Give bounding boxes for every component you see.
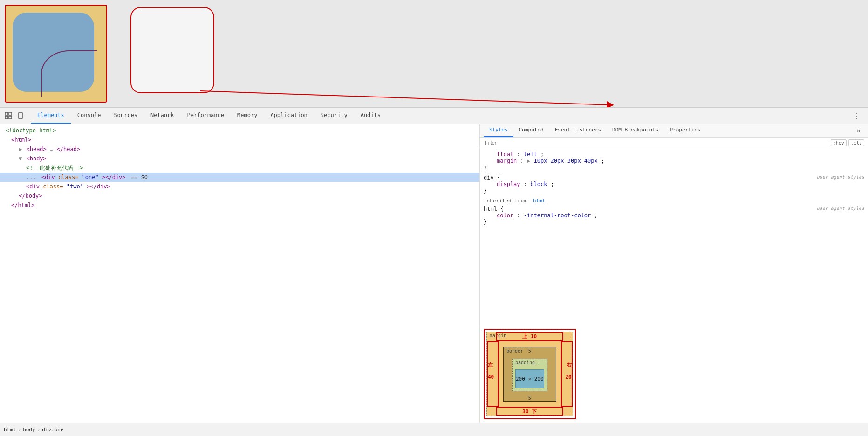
filter-tags: :hov .cls [831, 139, 864, 146]
tab-elements[interactable]: Elements [31, 108, 71, 124]
styles-tab-computed[interactable]: Computed [513, 124, 549, 137]
preview-box-1 [5, 5, 107, 103]
preview-box-2 [130, 7, 214, 93]
preview-area [0, 0, 868, 107]
box-model-border: border 5 5 padding - 200 × 200 - - [503, 347, 556, 402]
bm-red-left-box [487, 341, 499, 407]
dom-line-div-one[interactable]: ... <div class= "one" ></div> == $0 [0, 173, 479, 182]
box-model-border-bottom: 5 [528, 395, 531, 401]
close-styles-icon[interactable]: ✕ [853, 124, 864, 137]
svg-point-7 [20, 118, 21, 118]
inherited-html-link[interactable]: html [533, 198, 546, 204]
dom-line-div-two[interactable]: <div class= "two" ></div> [0, 182, 479, 191]
style-property-color[interactable]: color : -internal-root-color ; [489, 212, 864, 219]
svg-rect-2 [5, 112, 8, 115]
tab-security[interactable]: Security [314, 108, 354, 124]
style-rule-div-selector: div { user agent styles [484, 174, 864, 181]
dom-line-doctype[interactable]: <!doctype html> [0, 126, 479, 135]
tab-audits[interactable]: Audits [354, 108, 387, 124]
box-model-padding-label: padding - [515, 360, 540, 365]
box-model-content-size: 200 × 200 [516, 376, 544, 382]
breadcrumb-body[interactable]: body [23, 427, 35, 433]
svg-rect-5 [9, 116, 12, 119]
inherited-label: Inherited from html [484, 198, 864, 204]
filter-row: :hov .cls [480, 138, 868, 148]
box-model-padding: padding - 200 × 200 - - [512, 359, 547, 391]
style-rule-html: html { user agent styles color : -intern… [484, 206, 864, 225]
bm-red-top-box [496, 332, 563, 341]
styles-content: float : left ; margin : ▶ 10px 20px 30px… [480, 148, 868, 325]
styles-panel: Styles Computed Event Listeners DOM Brea… [480, 124, 868, 423]
tab-memory[interactable]: Memory [231, 108, 264, 124]
filter-hov[interactable]: :hov [831, 139, 847, 146]
style-property-float[interactable]: float : left ; [489, 151, 864, 158]
dom-line-html-close[interactable]: </html> [0, 201, 479, 210]
style-rule-div: div { user agent styles display : block … [484, 174, 864, 194]
bm-red-right-box [561, 341, 573, 407]
breadcrumb: html › body › div.one [0, 423, 868, 436]
style-rule-close: } [484, 164, 864, 171]
bm-padding-left-dash: - [514, 375, 517, 380]
devtools-bar: Elements Console Sources Network Perform… [0, 107, 868, 124]
dom-line-html[interactable]: <html> [0, 135, 479, 145]
mobile-icon[interactable] [16, 111, 25, 120]
bm-padding-right-dash: - [542, 375, 545, 380]
box-model-margin: margin 上 10 30 下 左 40 右 20 [486, 332, 573, 416]
filter-cls[interactable]: .cls [848, 139, 864, 146]
styles-tabs: Styles Computed Event Listeners DOM Brea… [480, 124, 868, 138]
styles-tab-properties[interactable]: Properties [664, 124, 706, 137]
box-model-border-label: border [506, 348, 523, 353]
dom-line-body-open[interactable]: ▼ <body> [0, 154, 479, 163]
tab-performance[interactable]: Performance [181, 108, 231, 124]
filter-input[interactable] [484, 138, 831, 147]
styles-tab-event-listeners[interactable]: Event Listeners [549, 124, 607, 137]
devtools-tabs: Elements Console Sources Network Perform… [31, 108, 387, 124]
dom-panel: <!doctype html> <html> ▶ <head> … </head… [0, 124, 480, 423]
main-content: <!doctype html> <html> ▶ <head> … </head… [0, 124, 868, 423]
svg-rect-3 [9, 112, 12, 115]
style-rule-html-selector: html { user agent styles [484, 206, 864, 212]
tab-sources[interactable]: Sources [107, 108, 144, 124]
styles-tab-styles[interactable]: Styles [484, 124, 513, 137]
style-rule-div-close: } [484, 187, 864, 194]
styles-tab-dom-breakpoints[interactable]: DOM Breakpoints [607, 124, 664, 137]
style-property-display[interactable]: display : block ; [489, 181, 864, 187]
svg-line-1 [200, 91, 610, 105]
bm-red-bottom-box [496, 407, 563, 416]
tab-console[interactable]: Console [71, 108, 108, 124]
inspect-icon[interactable] [4, 111, 13, 120]
breadcrumb-html[interactable]: html [4, 427, 16, 433]
breadcrumb-div-one[interactable]: div.one [42, 427, 63, 433]
box-model-content: 200 × 200 [515, 369, 544, 388]
devtools-icons [4, 111, 25, 120]
style-rule-html-close: } [484, 219, 864, 225]
tab-application[interactable]: Application [264, 108, 314, 124]
dom-line-comment[interactable]: <!--此处补充代码--> [0, 163, 479, 173]
box-model-border-top: 5 [528, 348, 531, 353]
style-property-margin[interactable]: margin : ▶ 10px 20px 30px 40px ; [489, 158, 864, 164]
devtools-more-icon[interactable]: ⋮ [849, 111, 864, 120]
box-model-wrapper: margin 上 10 30 下 左 40 右 20 [484, 329, 576, 419]
dom-line-head[interactable]: ▶ <head> … </head> [0, 145, 479, 154]
tab-network[interactable]: Network [144, 108, 181, 124]
box-model-section: margin 上 10 30 下 左 40 右 20 [480, 325, 868, 423]
style-rule-current: float : left ; margin : ▶ 10px 20px 30px… [484, 151, 864, 171]
dom-line-body-close[interactable]: </body> [0, 191, 479, 201]
svg-rect-4 [5, 116, 8, 119]
preview-curve [41, 50, 97, 97]
